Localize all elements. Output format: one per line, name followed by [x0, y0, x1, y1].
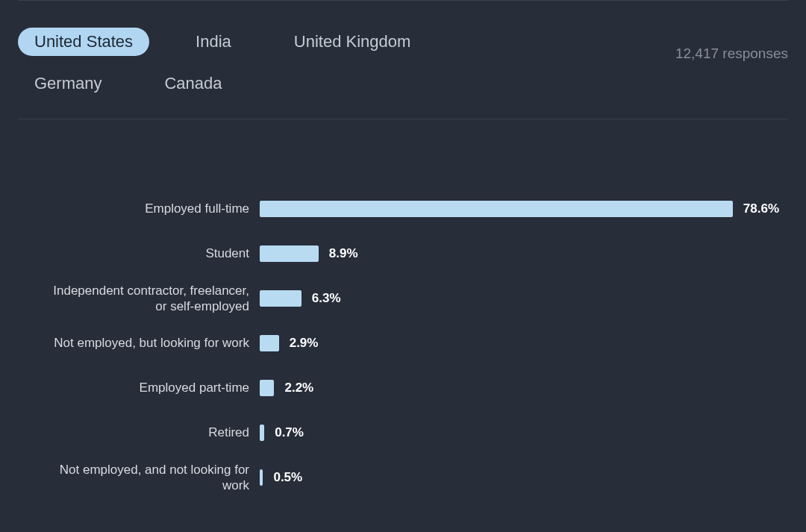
bar-row: Student 8.9%	[48, 231, 779, 276]
bar-label: Not employed, but looking for work	[48, 335, 260, 351]
bar-fill	[260, 425, 264, 441]
bar-fill	[260, 290, 302, 307]
country-tabs: United States India United Kingdom Germa…	[18, 28, 555, 98]
bar-row: Independent contractor, freelancer, or s…	[48, 276, 779, 321]
bar-label: Retired	[48, 425, 260, 440]
bar-value: 0.5%	[273, 470, 302, 485]
bar-track: 2.9%	[260, 335, 779, 351]
tab-india[interactable]: India	[179, 28, 248, 56]
bar-label: Not employed, and not looking for work	[48, 462, 260, 494]
tab-canada[interactable]: Canada	[148, 69, 238, 98]
tab-united-states[interactable]: United States	[18, 28, 149, 56]
bar-row: Not employed, and not looking for work 0…	[48, 455, 779, 500]
tab-germany[interactable]: Germany	[18, 69, 118, 98]
bar-label: Employed part-time	[48, 380, 260, 395]
tab-united-kingdom[interactable]: United Kingdom	[278, 28, 428, 56]
bar-track: 0.7%	[260, 425, 779, 441]
bar-fill	[260, 335, 279, 351]
bar-row: Not employed, but looking for work 2.9%	[48, 321, 779, 366]
bar-chart: Employed full-time 78.6% Student 8.9% In…	[18, 119, 788, 500]
survey-chart-panel: United States India United Kingdom Germa…	[0, 0, 806, 500]
bar-fill	[260, 201, 733, 217]
bar-value: 2.9%	[290, 336, 319, 351]
bar-track: 8.9%	[260, 245, 779, 262]
bar-value: 78.6%	[743, 201, 779, 216]
bar-value: 0.7%	[275, 425, 304, 440]
bar-value: 8.9%	[329, 246, 358, 261]
bar-label: Employed full-time	[48, 201, 260, 216]
bar-fill	[260, 469, 263, 486]
bar-track: 2.2%	[260, 380, 779, 396]
bar-value: 2.2%	[284, 381, 313, 395]
bar-track: 6.3%	[260, 290, 779, 307]
bar-label: Student	[48, 245, 260, 261]
bar-row: Retired 0.7%	[48, 410, 779, 455]
bar-track: 78.6%	[260, 201, 779, 217]
bar-track: 0.5%	[260, 469, 779, 486]
bar-fill	[260, 245, 319, 262]
responses-count: 12,417 responses	[675, 46, 788, 62]
bar-row: Employed full-time 78.6%	[48, 187, 779, 231]
bar-value: 6.3%	[312, 291, 341, 306]
header-row: United States India United Kingdom Germa…	[18, 1, 788, 119]
bar-row: Employed part-time 2.2%	[48, 366, 779, 410]
bar-label: Independent contractor, freelancer, or s…	[48, 283, 260, 315]
bar-fill	[260, 380, 274, 396]
